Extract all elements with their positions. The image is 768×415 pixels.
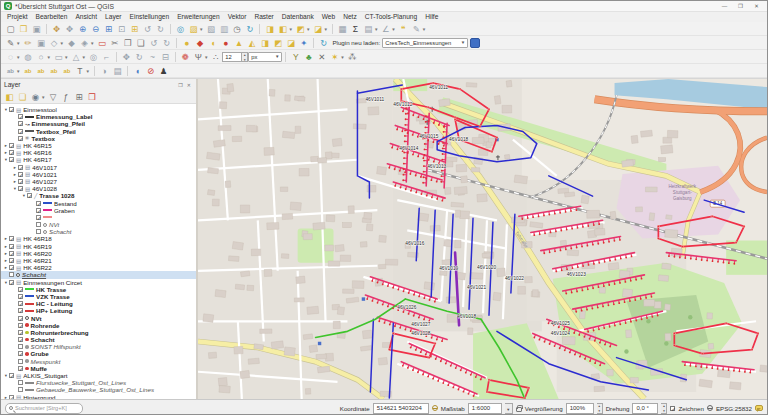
layer-tree-item[interactable]: ▾✓▤Einmesstool [1, 106, 196, 113]
layer-tree-item[interactable]: ▾✓▤Einmessungen Circet [1, 279, 196, 286]
open-layer-styling-icon[interactable]: ◧ [4, 91, 16, 103]
add-group-icon[interactable]: ❏ [17, 91, 29, 103]
layer-visibility-checkbox[interactable]: ✓ [18, 294, 23, 299]
measure-icon-dropdown[interactable]: ▼ [391, 27, 395, 35]
layer-visibility-checkbox[interactable] [18, 387, 23, 392]
layer-tree-item[interactable]: ▾✓▤ALKIS_Stuttgart [1, 372, 196, 379]
layer-tree-item[interactable]: ▸✓▤HK 46R18 [1, 235, 196, 242]
rotate-feature-icon[interactable]: ↻ [133, 51, 145, 63]
cut-features-icon[interactable]: ✂ [109, 37, 121, 49]
toolbar-combo[interactable]: CresTech_Einmessungen▼ [382, 38, 468, 48]
zoom-to-layer-icon[interactable]: ⊞ [129, 23, 141, 35]
layer-tree-item[interactable]: ▸✓▤46V1027 [1, 178, 196, 185]
layer-tree-item[interactable]: Flurstuecke_Stuttgart_Ost_Lines [1, 379, 196, 386]
layer-visibility-checkbox[interactable]: ✓ [18, 287, 23, 292]
layer-tree-item[interactable]: ▸✓▤HK 46R22 [1, 264, 196, 271]
trim-extend-icon[interactable]: ⌐ [100, 51, 112, 63]
layer-labeling-icon-dropdown[interactable]: ▼ [16, 69, 20, 77]
layer-visibility-checkbox[interactable] [18, 344, 23, 349]
rotation-input[interactable]: 0,0 ° [632, 403, 658, 414]
text-format-icon-dropdown[interactable]: ▼ [85, 69, 89, 77]
style-fork-icon[interactable]: Y [290, 51, 302, 63]
layer-visibility-checkbox[interactable]: ✓ [18, 165, 23, 170]
star-tool-icon-dropdown[interactable]: ▼ [340, 55, 344, 63]
locator-search-input[interactable]: Suchmuster [Strg+K] [5, 403, 83, 414]
temporal-controller-icon[interactable]: ◷ [231, 23, 243, 35]
layer-visibility-checkbox[interactable]: ✓ [9, 265, 14, 270]
vertex-tool-icon-dropdown[interactable]: ▼ [90, 41, 94, 49]
zoom-full-icon[interactable]: ⊞ [103, 23, 115, 35]
add-feature-icon[interactable]: ◆ [65, 37, 77, 49]
layer-visibility-checkbox[interactable]: ✓ [9, 258, 14, 263]
layer-visibility-checkbox[interactable]: ✓ [9, 373, 14, 378]
crs-badge[interactable]: EPSG:25832 [716, 405, 752, 412]
menu-erweiterungen[interactable]: Erweiterungen [173, 12, 224, 22]
zoom-out-icon[interactable]: ⊖ [90, 23, 102, 35]
menu-ansicht[interactable]: Ansicht [71, 12, 101, 22]
coordinate-input[interactable]: 514621 5403204 [373, 403, 429, 414]
layer-visibility-checkbox[interactable] [36, 229, 41, 234]
layer-visibility-checkbox[interactable]: ✓ [18, 316, 23, 321]
layer-tree-item[interactable]: ✓Rohrunterbrechung [1, 329, 196, 336]
select-features-icon[interactable]: ▨ [188, 23, 200, 35]
curve-point-icon[interactable]: ◍ [22, 51, 34, 63]
panel-close-icon[interactable]: ✕ [185, 82, 193, 88]
maximize-button[interactable]: ❐ [733, 2, 748, 11]
shape-rectangle-icon[interactable]: ▭ [52, 51, 64, 63]
menu-projekt[interactable]: Projekt [3, 12, 32, 22]
menu-vektor[interactable]: Vektor [224, 12, 251, 22]
layer-visibility-checkbox[interactable]: ✓ [9, 236, 14, 241]
scale-combo-arrow-icon[interactable]: ▼ [505, 403, 513, 414]
layer-tree-item[interactable]: ✓Muffe [1, 365, 196, 372]
menu-netz[interactable]: Netz [339, 12, 361, 22]
manage-themes-icon-dropdown[interactable]: ▼ [41, 95, 45, 103]
label-single-icon[interactable]: ab [22, 65, 34, 77]
save-project-icon[interactable]: ▣ [31, 23, 43, 35]
simplify-feature-icon[interactable]: ~ [146, 51, 158, 63]
delete-x-icon[interactable]: ✕ [316, 51, 328, 63]
html-annotation-icon[interactable]: ▤ [111, 65, 123, 77]
layer-visibility-checkbox[interactable]: ✓ [18, 179, 23, 184]
ct-tool-c-icon[interactable]: ◩ [272, 37, 284, 49]
layer-tree-item[interactable]: ▾✓╱Trasse 1028 [1, 192, 196, 199]
ct-tool-run-icon[interactable]: ✦ [298, 37, 310, 49]
label-pin-icon[interactable]: Ψ [192, 51, 204, 63]
osm-search-icon[interactable]: ◖ [131, 65, 143, 77]
layer-tree-item[interactable]: SONST Hilfspunkt [1, 343, 196, 350]
move-feature-icon[interactable]: ✥ [120, 51, 132, 63]
layer-tree-item[interactable]: ✓↝Einmessung_Pfeil [1, 120, 196, 127]
current-edits-icon[interactable]: ✎ [5, 37, 17, 49]
layer-tree-item[interactable]: ▸✓▤HK 46R19 [1, 243, 196, 250]
diagram-options-icon[interactable]: ◑ [98, 65, 110, 77]
plugin-open-button[interactable] [470, 38, 480, 48]
extent-globe-icon[interactable] [432, 405, 438, 411]
layer-visibility-checkbox[interactable]: ✓ [18, 330, 23, 335]
close-button[interactable]: ✕ [749, 2, 764, 11]
annotation-icon-dropdown[interactable]: ▼ [422, 27, 426, 35]
zoom-to-selection-icon[interactable]: ⊡ [116, 23, 128, 35]
layer-visibility-checkbox[interactable]: ✓ [9, 395, 14, 399]
layer-tree-item[interactable]: ✓HC - Leitung [1, 300, 196, 307]
layer-tree-item[interactable]: ✓HK Trasse [1, 286, 196, 293]
menu-bearbeiten[interactable]: Bearbeiten [32, 12, 72, 22]
layer-visibility-checkbox[interactable]: ✓ [18, 323, 23, 328]
pan-to-selection-icon[interactable]: ✥ [64, 23, 76, 35]
magnifier-input[interactable]: 100% [566, 403, 594, 414]
add-raster-layer-icon[interactable]: ◩ [294, 23, 306, 35]
layer-tree-item[interactable]: ✓VZK Trasse [1, 293, 196, 300]
data-source-manager-icon[interactable]: ◨ [264, 23, 276, 35]
digitize-segment-icon[interactable]: ◇ [48, 37, 60, 49]
shape-circle-icon-dropdown[interactable]: ▼ [46, 55, 50, 63]
layer-visibility-checkbox[interactable]: ✓ [18, 366, 23, 371]
current-edits-icon-dropdown[interactable]: ▼ [16, 41, 20, 49]
deselect-features-icon[interactable]: ▧ [205, 23, 217, 35]
shape-polygon-icon[interactable]: △ [70, 51, 82, 63]
label-move-icon[interactable]: ab [48, 65, 60, 77]
layer-tree-item[interactable]: ✓Rohrende [1, 322, 196, 329]
star-tool-icon[interactable]: ✶ [329, 51, 341, 63]
scale-combo[interactable]: 1:6000 [468, 403, 502, 414]
layer-tree-item[interactable]: ✓Einmessung_Label [1, 113, 196, 120]
add-raster-layer-icon-dropdown[interactable]: ▼ [306, 27, 310, 35]
layer-tree-item[interactable]: ▸✓▤HK 46R20 [1, 250, 196, 257]
paste-features-icon[interactable]: ❏ [135, 37, 147, 49]
